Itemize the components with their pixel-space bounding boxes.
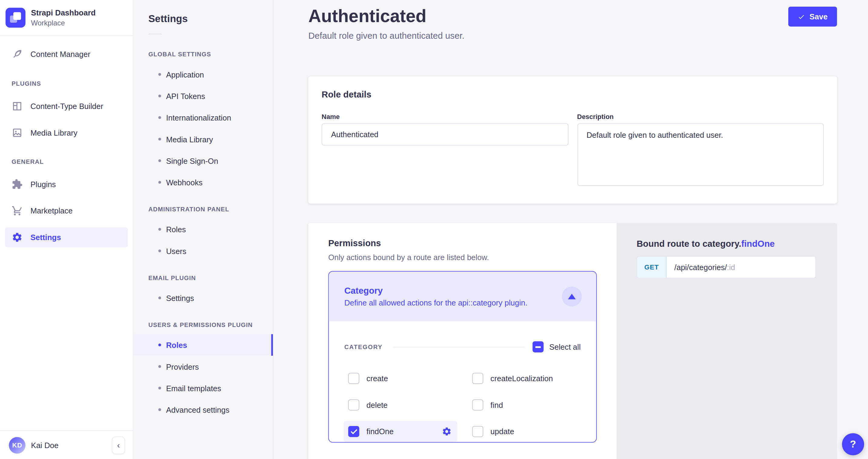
section-email-plugin: EMAIL PLUGIN: [149, 273, 273, 282]
shopping-cart-icon: [11, 205, 23, 217]
group-divider: [393, 347, 525, 347]
description-textarea[interactable]: Default role given to authenticated user…: [577, 123, 824, 186]
name-input[interactable]: [322, 123, 568, 145]
bound-route-title: Bound route to category.findOne: [637, 238, 816, 249]
chevron-left-icon: ‹: [117, 440, 120, 450]
createlocalization-checkbox[interactable]: [472, 373, 484, 384]
section-users-permissions-plugin: USERS & PERMISSIONS PLUGIN: [149, 320, 273, 329]
sidebar-item-internationalization[interactable]: Internationalization: [133, 107, 273, 128]
actions-grid: create createLocalization delete: [344, 368, 581, 442]
main-nav: Content Manager PLUGINS Content-Type Bui…: [0, 36, 133, 430]
settings-sidebar-title: Settings: [133, 0, 273, 24]
sidebar-item-label: Media Library: [30, 128, 77, 137]
sidebar-item-up-roles[interactable]: Roles: [133, 334, 273, 356]
sidebar-item-api-tokens[interactable]: API Tokens: [133, 85, 273, 106]
bullet-icon: [158, 250, 161, 252]
user-row: KD Kai Doe ‹: [0, 430, 133, 459]
sidebar-item-label: Content Manager: [30, 50, 90, 59]
group-label: CATEGORY: [344, 343, 382, 350]
sidebar-item-label: Plugins: [30, 180, 56, 189]
role-details-heading: Role details: [322, 90, 824, 100]
workspace-brand[interactable]: Strapi Dashboard Workplace: [0, 0, 133, 35]
sidebar-item-label: Settings: [30, 233, 61, 241]
name-field-group: Name: [322, 113, 568, 186]
collapse-sidebar-button[interactable]: ‹: [112, 436, 125, 454]
update-checkbox[interactable]: [472, 426, 484, 437]
bullet-icon: [158, 138, 161, 140]
findone-settings-button[interactable]: [442, 426, 453, 437]
section-global-settings: GLOBAL SETTINGS: [149, 50, 273, 59]
description-field-group: Description Default role given to authen…: [577, 113, 824, 186]
sidebar-item-single-sign-on[interactable]: Single Sign-On: [133, 150, 273, 171]
title-divider: [149, 34, 162, 34]
sidebar-item-label: Marketplace: [30, 206, 72, 215]
sidebar-item-content-type-builder[interactable]: Content-Type Builder: [5, 96, 128, 116]
page-header: Authenticated Default role given to auth…: [308, 5, 837, 41]
email-plugin-list: Settings: [133, 287, 273, 308]
save-button[interactable]: Save: [788, 7, 837, 27]
permissions-subtitle: Only actions bound by a route are listed…: [329, 253, 597, 262]
sidebar-item-marketplace[interactable]: Marketplace: [5, 201, 128, 221]
sidebar-item-settings[interactable]: Settings: [5, 227, 128, 248]
sidebar-item-application[interactable]: Application: [133, 64, 273, 85]
route-path: /api/categories/:id: [666, 257, 735, 277]
category-accordion-text: Category Define all allowed actions for …: [344, 286, 527, 307]
sidebar-item-media-library[interactable]: Media Library: [5, 123, 128, 143]
collapse-accordion-button[interactable]: [562, 287, 582, 306]
category-accordion-body: CATEGORY Select all create: [329, 341, 596, 442]
strapi-logo-icon: [5, 8, 26, 28]
http-method-badge: GET: [637, 257, 666, 277]
action-row-update: update: [468, 421, 581, 442]
findone-checkbox[interactable]: [348, 426, 359, 437]
permissions-card: Permissions Only actions bound by a rout…: [308, 223, 617, 459]
bullet-icon: [158, 181, 161, 184]
help-button[interactable]: ?: [842, 433, 864, 455]
description-label: Description: [577, 113, 824, 121]
action-row-create: create: [344, 368, 458, 389]
accordion-title: Category: [344, 286, 527, 296]
sidebar-item-webhooks[interactable]: Webhooks: [133, 171, 273, 193]
gear-icon: [11, 232, 23, 243]
bullet-icon: [158, 365, 161, 368]
category-accordion-header[interactable]: Category Define all allowed actions for …: [329, 271, 596, 321]
page-subtitle: Default role given to authenticated user…: [308, 30, 464, 41]
layout-grid-icon: [11, 101, 23, 112]
sidebar-item-content-manager[interactable]: Content Manager: [5, 44, 128, 64]
gear-icon: [442, 427, 452, 436]
chevron-up-icon: [568, 294, 576, 299]
category-group-row: CATEGORY Select all: [344, 341, 581, 353]
sidebar-item-admin-users[interactable]: Users: [133, 240, 273, 262]
global-settings-list: Application API Tokens Internationalizat…: [133, 64, 273, 193]
create-checkbox[interactable]: [348, 373, 359, 384]
sidebar-item-providers[interactable]: Providers: [133, 356, 273, 377]
save-button-label: Save: [809, 12, 828, 21]
brand-subtitle: Workplace: [31, 19, 95, 27]
sidebar-item-advanced-settings[interactable]: Advanced settings: [133, 399, 273, 420]
avatar[interactable]: KD: [9, 437, 26, 454]
bullet-icon: [158, 95, 161, 97]
find-checkbox[interactable]: [472, 399, 484, 411]
users-permissions-list: Roles Providers Email templates Advanced…: [133, 334, 273, 421]
feather-pen-icon: [11, 49, 23, 60]
delete-checkbox[interactable]: [348, 399, 359, 411]
brand-title: Strapi Dashboard: [31, 8, 95, 17]
main-sidebar: Strapi Dashboard Workplace Content Manag…: [0, 0, 133, 459]
image-icon: [11, 127, 23, 138]
select-all-checkbox[interactable]: [533, 341, 544, 353]
sidebar-item-email-settings[interactable]: Settings: [133, 287, 273, 308]
bullet-icon: [158, 228, 161, 231]
action-row-createlocalization: createLocalization: [468, 368, 581, 389]
sidebar-item-admin-roles[interactable]: Roles: [133, 219, 273, 240]
bullet-icon: [158, 387, 161, 389]
nav-section-plugins: PLUGINS: [11, 79, 133, 88]
accordion-description: Define all allowed actions for the api::…: [344, 298, 527, 307]
sidebar-item-media-library-settings[interactable]: Media Library: [133, 128, 273, 150]
action-row-findone: findOne: [344, 421, 458, 442]
permissions-layout: Permissions Only actions bound by a rout…: [308, 223, 837, 459]
select-all-label: Select all: [549, 342, 581, 351]
sidebar-item-email-templates[interactable]: Email templates: [133, 377, 273, 399]
action-row-delete: delete: [344, 394, 458, 416]
role-details-fields: Name Description Default role given to a…: [322, 113, 824, 186]
sidebar-item-plugins[interactable]: Plugins: [5, 174, 128, 194]
bullet-icon: [158, 116, 161, 119]
